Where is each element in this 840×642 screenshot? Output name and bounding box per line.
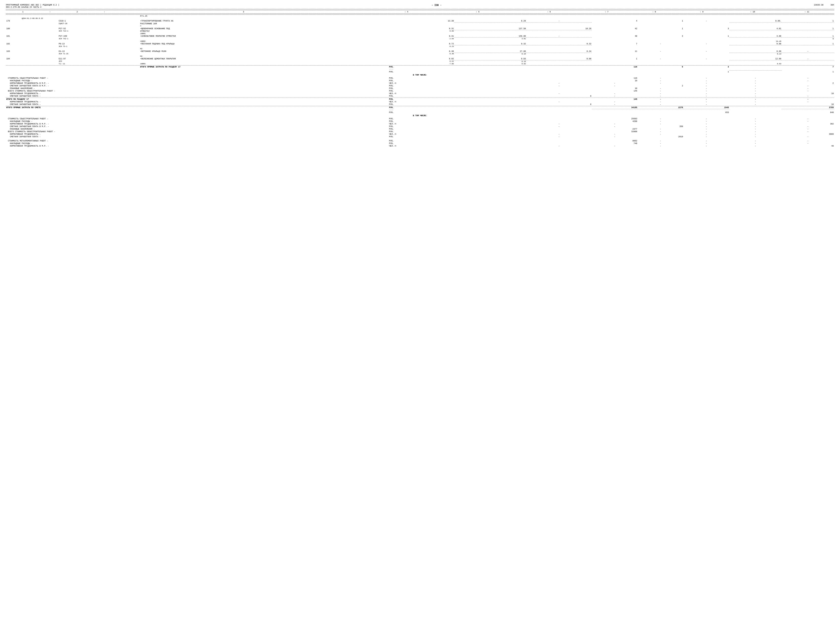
doc-number: 23935-38 xyxy=(814,4,824,6)
table-row: 180 Р27-52 •ЩЕБЕНОЧНОЕ ОСНОВАНИЕ ПОД 8.3… xyxy=(6,28,834,30)
header: ПРОГРАММНЫЙ КОМПЛЕКС АВС-ЗЕС ( РЕДАКЦИЯ … xyxy=(6,4,834,8)
cost-line: ВСЕГО СТОИМОСТЬ ОБЪЕСТРОИТЕЛЬНЫХ РАБОТ -… xyxy=(6,130,834,133)
table-row: РУБ. 653 848 xyxy=(6,111,834,114)
col7-header: : 7 xyxy=(583,11,631,13)
cost-line: НОРМАТИВНАЯ ТРУДОЕМКОСТЬ - ЧЕЛ.-Ч - - - … xyxy=(6,133,834,136)
table-row: 10ВМ2 14.49 xyxy=(6,40,834,42)
col5-header: : 5 xyxy=(440,11,515,13)
cost-line: ВСЕГО СТОИМОСТЬ ОБЪЕСТРОИТЕЛЬНЫХ РАБОТ -… xyxy=(6,90,834,92)
cost-line: НОРМАТИВНАЯ ТРУДОЕМКОСТЬ В М.Р. - ЧЕЛ.-Ч… xyxy=(6,82,834,84)
page-number: - I38 - xyxy=(431,4,441,7)
cost-line: ПЛАНОВЫЕ НАКОПЛЕНИЯ - РУБ. 2377 - - - - xyxy=(6,128,834,130)
section-header-row: В ТОМ ЧИСЛЕ: xyxy=(6,114,834,118)
cost-line: НАКЛАДНЫЕ РАСХОДЫ - РУБ. 19 - - - - xyxy=(6,79,834,82)
table-row: РУБ. 1 1 xyxy=(6,71,834,73)
col8-header: : 8 xyxy=(631,11,678,13)
table-row: ЭСН 73-1 0.23 xyxy=(6,45,834,48)
table-row: 182 Р8-13 •ПЕСЧАНАЯ ПОДУШКА ПОД КРЫЛЬЦА … xyxy=(6,42,834,45)
price-note-row: ЦЕНА:91.2-88.89.8.15 xyxy=(6,17,834,20)
cost-line: НАКЛАДНЫЕ РАСХОДЫ - РУБ. 4288 - - - - xyxy=(6,120,834,123)
col11-header: : 11 xyxy=(780,11,834,13)
column-headers: 1 : 2 : 3 : 4 : 5 : 6 : 7 : 8 : 9 : 10 :… xyxy=(6,11,834,13)
cost-line: СТОИМОСТЬ СБЬЕСТРОИТЕЛЬНЫХ РАБОТ - РУБ. … xyxy=(6,77,834,79)
cost-line: СТОИМОСТЬ МЕТАЛЛОМОНТАЖНЫХ РАБОТ - РУБ. … xyxy=(6,139,834,142)
table-row: НОРМАТИВНАЯ ТРУДОЕМКОСТЬ - ЧЕЛ.-Ч - - - … xyxy=(6,101,834,103)
col4-header: : 4 xyxy=(373,11,440,13)
main-table: К=1.15 ЦЕНА:91.2-88.89.8.15 179 С318-1 •… xyxy=(6,15,834,148)
k-factor-row: К=1.15 xyxy=(6,15,834,17)
cost-line: ПЛАНОВЫЕ НАКОПЛЕНИЯ - РУБ. 10 - - - - xyxy=(6,87,834,90)
table-row: Т xyxy=(6,25,834,28)
table-row: СЦНСТ-28 РАССТОЯНИЕ 1КМ xyxy=(6,23,834,25)
section-total-row: ИТОГО ПРЯМЫЕ ЗАТРАТЫ ПО РАЗДЕЛУ 17 РУБ. … xyxy=(6,66,834,68)
table-row: В ТОМ ЧИСЛЕ: xyxy=(6,73,834,77)
table-row: М3 xyxy=(6,55,834,58)
cost-line: НОРМАТИВНАЯ ТРУДОЕМКОСТЬ В М.Р. - ЧЕЛ.-Ч… xyxy=(6,145,834,148)
cost-line: СМЕТНАЯ ЗАРАБОТНАЯ ПЛАТА В М.Р. - РУБ. -… xyxy=(6,84,834,87)
razdel-total-row: ИТОГО ПО РАЗДЕЛУ 17 РУБ. 145 - - - - xyxy=(6,98,834,101)
table-row: 183 Е4-13 •БЕТОННОЕ КРЫЛЬЦО М100 8.38 27… xyxy=(6,50,834,53)
table-row: 4СН 71-15 0.40 0.10 0.13 xyxy=(6,53,834,55)
col3-header: 3 xyxy=(115,11,373,13)
col9-header: : 9 xyxy=(678,11,726,13)
table-row: 4СН 742-1 2.04 3.01 4 xyxy=(6,38,834,41)
table-row: 181 Р27-159 •АСФАЛЬТОВОЕ ПОКРЫТИЕ ОТМОСТ… xyxy=(6,35,834,38)
cost-line: НОРМАТИВНАЯ ТРУДОЕМКОСТЬ - ЧЕЛ.-Ч - - - … xyxy=(6,92,834,95)
table-row: 184 Е11-97 •ЖЕЛЕЗНЕНИЕ ЦЕМЕНТНЫХ ПОКРЫТИ… xyxy=(6,58,834,60)
table-row: СМЕТНАЯ ЗАРАБОТНАЯ ПЛАТА - РУБ. 8 - - - … xyxy=(6,103,834,106)
col2-header: 2 xyxy=(60,11,94,13)
cost-line: СМЕТНАЯ ЗАРАБОТНАЯ ПЛАТА - РУБ. 8 - - - … xyxy=(6,95,834,97)
col10-header: : 10 xyxy=(725,11,780,13)
program-name: ПРОГРАММНЫЙ КОМПЛЕКС АВС-ЗЕС ( РЕДАКЦИЯ … xyxy=(6,4,59,6)
table-row: 10ВМ2 xyxy=(6,32,834,35)
cost-line: НАКЛАДНЫЕ РАСХОДЫ - РУБ. 748 - - - - xyxy=(6,142,834,145)
table-row: ---- xyxy=(6,68,834,71)
price-note: ЦЕНА:91.2-88.89.8.15 xyxy=(6,17,389,20)
table-row: 179 С318-1 •ТРАНСПОРТИРОВАНИЕ ГРУНТА НА … xyxy=(6,20,834,23)
table-row: ---- xyxy=(6,109,834,111)
table-row: Т1:-11 10ВМ2 7.86 0.02 0.03 xyxy=(6,63,834,65)
table-row: ЭСН 713-1 ОТМОСТКУ 0.06 xyxy=(6,30,834,32)
table-row: 4СН 0.52 0.18 xyxy=(6,60,834,63)
cost-line: СМЕТНАЯ ЗАРАБОТНАЯ ПЛАТА - РУБ. - - 2010… xyxy=(6,136,834,138)
cost-line: СТОИМОСТЬ СБЬЕСТРОИТЕЛЬНЫХ РАБОТ - РУБ. … xyxy=(6,118,834,120)
col6-header: : 6 xyxy=(515,11,583,13)
spacer-row xyxy=(6,138,834,139)
table-row: М3 xyxy=(6,48,834,50)
cost-line: СМЕТНАЯ ЗАРАБОТНАЯ ПЛАТА В М.Р. - РУБ. -… xyxy=(6,125,834,128)
k-factor: К=1.15 xyxy=(140,15,389,17)
page-num: 394 xyxy=(830,4,834,6)
cost-line: НОРМАТИВНАЯ ТРУДОЕМКОСТЬ В М.Р. - ЧЕЛ.-Ч… xyxy=(6,123,834,125)
grand-total-row: ИТОГО ПРЯМЫЕ ЗАТРАТЫ ПО СМЕТЕ РУБ. 34185… xyxy=(6,106,834,109)
col1-header: 1 xyxy=(6,11,40,13)
album-info: 903-I-270.89 Альбом 24 ЧАСТЬ 2 xyxy=(6,6,59,8)
